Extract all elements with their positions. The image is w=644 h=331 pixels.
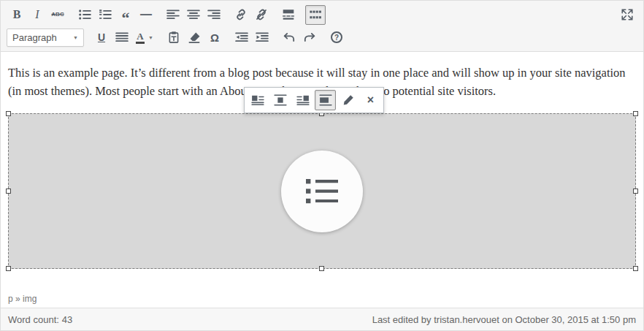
- toolbar-row-1: B I ABC: [7, 3, 637, 26]
- align-center-icon: [187, 8, 200, 21]
- align-left-icon: [166, 8, 180, 21]
- omega-icon: Ω: [210, 32, 219, 43]
- outdent-button[interactable]: [231, 28, 252, 47]
- read-more-icon: [282, 8, 295, 21]
- resize-handle-bottom-left[interactable]: [6, 266, 11, 271]
- resize-handle-middle-left[interactable]: [6, 189, 11, 194]
- image-floating-toolbar: ×: [244, 87, 384, 113]
- align-left-button[interactable]: [163, 5, 183, 25]
- editor-footer: Word count: 43 Last edited by tristan.he…: [1, 308, 643, 330]
- eraser-icon: [188, 31, 201, 44]
- paste-as-text-button[interactable]: [164, 28, 184, 47]
- bullet-list-button[interactable]: [74, 5, 95, 25]
- resize-handle-middle-right[interactable]: [633, 189, 638, 194]
- image-align-left-icon: [251, 94, 264, 107]
- redo-icon: [303, 31, 316, 44]
- image-align-right-button[interactable]: [292, 90, 313, 110]
- strikethrough-icon: ABC: [51, 12, 64, 18]
- link-icon: [234, 8, 248, 21]
- read-more-tag-button[interactable]: [278, 5, 299, 25]
- chevron-down-icon: ▼: [73, 35, 78, 40]
- resize-handle-bottom-middle[interactable]: [319, 266, 324, 271]
- justify-button[interactable]: [112, 28, 132, 47]
- last-edited-status: Last edited by tristan.hervouet on Octob…: [372, 314, 636, 325]
- toolbar-toggle-icon: [309, 8, 322, 21]
- paste-as-text-icon: [167, 31, 180, 44]
- outdent-icon: [235, 31, 248, 44]
- image-align-center-icon: [274, 94, 287, 107]
- chevron-down-icon: ▼: [148, 35, 153, 40]
- word-count-label: Word count:: [8, 314, 59, 325]
- unlink-icon: [255, 8, 268, 21]
- indent-icon: [256, 31, 269, 44]
- toolbar-row-2: Paragraph ▼ U A ▼: [7, 26, 637, 48]
- word-count: Word count: 43: [8, 314, 72, 325]
- wp-visual-editor: B I ABC: [0, 0, 644, 331]
- blockquote-icon: “: [122, 17, 130, 20]
- blockquote-button[interactable]: “: [115, 5, 136, 25]
- toolbar-toggle-button[interactable]: [305, 5, 326, 25]
- align-right-button[interactable]: [204, 5, 224, 25]
- insert-link-button[interactable]: [231, 5, 251, 25]
- word-count-value: 43: [62, 314, 72, 325]
- image-align-none-button[interactable]: [315, 90, 336, 110]
- strikethrough-button[interactable]: ABC: [47, 5, 68, 25]
- indent-button[interactable]: [252, 28, 272, 47]
- underline-button[interactable]: U: [91, 28, 112, 47]
- image-remove-button[interactable]: ×: [360, 90, 381, 110]
- image-align-none-icon: [319, 94, 332, 107]
- paragraph-format-select[interactable]: Paragraph ▼: [7, 28, 84, 47]
- numbered-list-icon: [99, 8, 112, 21]
- pencil-icon: [342, 94, 355, 107]
- redo-button[interactable]: [299, 28, 320, 47]
- bold-button[interactable]: B: [7, 5, 27, 25]
- help-button[interactable]: ?: [326, 28, 347, 47]
- bold-icon: B: [13, 9, 21, 20]
- image-edit-button[interactable]: [337, 90, 359, 110]
- image-align-left-button[interactable]: [247, 90, 268, 110]
- bullet-list-icon: [78, 8, 91, 21]
- list-icon: [304, 176, 340, 207]
- placeholder-circle: [281, 151, 363, 232]
- underline-icon: U: [98, 32, 105, 42]
- special-character-button[interactable]: Ω: [204, 28, 225, 47]
- selected-image-placeholder[interactable]: [8, 113, 636, 269]
- horizontal-rule-button[interactable]: —: [136, 5, 156, 25]
- italic-icon: I: [35, 9, 39, 20]
- undo-icon: [283, 31, 296, 44]
- justify-icon: [115, 31, 129, 44]
- clear-formatting-button[interactable]: [184, 28, 204, 47]
- italic-button[interactable]: I: [27, 5, 47, 25]
- editor-toolbar: B I ABC: [1, 1, 643, 52]
- format-select-value: Paragraph: [12, 32, 57, 43]
- editor-content-area[interactable]: This is an example page. It’s different …: [1, 52, 643, 290]
- resize-handle-top-left[interactable]: [6, 111, 11, 116]
- resize-handle-top-right[interactable]: [633, 111, 638, 116]
- help-icon: ?: [331, 31, 342, 43]
- remove-link-button[interactable]: [251, 5, 272, 25]
- fullscreen-icon: [621, 8, 634, 21]
- resize-handle-bottom-right[interactable]: [633, 266, 638, 271]
- close-icon: ×: [367, 94, 374, 106]
- breadcrumb[interactable]: p » img: [8, 294, 37, 304]
- element-path-bar: p » img: [1, 290, 643, 308]
- align-center-button[interactable]: [183, 5, 204, 25]
- image-align-center-button[interactable]: [269, 90, 291, 110]
- numbered-list-button[interactable]: [95, 5, 115, 25]
- align-right-icon: [207, 8, 221, 21]
- horizontal-rule-icon: —: [140, 9, 152, 20]
- fullscreen-button[interactable]: [617, 5, 637, 25]
- undo-button[interactable]: [279, 28, 299, 47]
- text-color-button[interactable]: A ▼: [132, 28, 157, 47]
- text-color-icon: A: [136, 31, 145, 44]
- image-align-right-icon: [296, 94, 310, 107]
